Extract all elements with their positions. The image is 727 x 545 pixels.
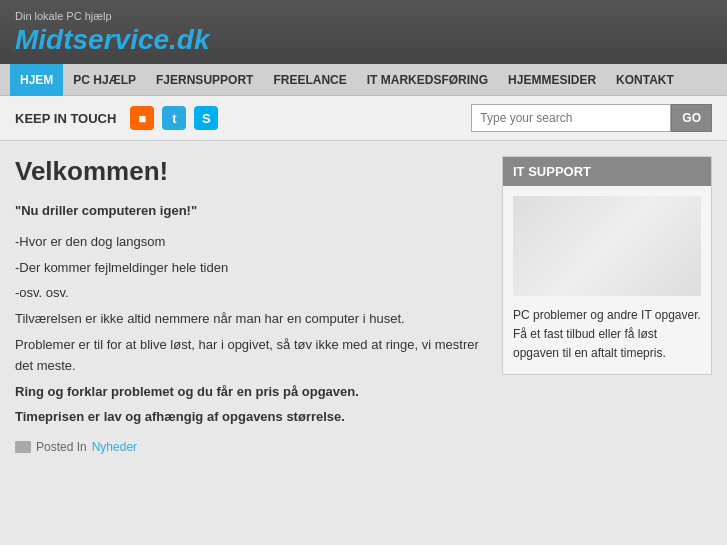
page-heading: Velkommen! — [15, 156, 482, 187]
content-area: Velkommen! "Nu driller computeren igen!"… — [15, 156, 502, 506]
site-header: Din lokale PC hjælp Midtservice.dk — [0, 0, 727, 64]
content-line-3: -osv. osv. — [15, 283, 482, 304]
sidebar-text-2: Få et fast tilbud eller få løst opgaven … — [513, 325, 701, 363]
post-icon — [15, 441, 31, 453]
nav-item-kontakt[interactable]: KONTAKT — [606, 64, 684, 96]
nav-item-itmarkedsfoering[interactable]: IT MARKEDSFØRING — [357, 64, 498, 96]
nav-item-hjem[interactable]: HJEM — [10, 64, 63, 96]
search-input[interactable] — [471, 104, 671, 132]
sidebar-body: PC problemer og andre IT opgaver. Få et … — [503, 186, 711, 374]
skype-icon[interactable]: S — [194, 106, 218, 130]
keep-in-touch-label: KEEP IN TOUCH — [15, 111, 116, 126]
nav-item-hjemmesider[interactable]: HJEMMESIDER — [498, 64, 606, 96]
nav-item-fjernsupport[interactable]: FJERNSUPPORT — [146, 64, 263, 96]
rss-icon[interactable]: ■ — [130, 106, 154, 130]
post-title: "Nu driller computeren igen!" — [15, 201, 482, 222]
nav-item-freelance[interactable]: FREELANCE — [263, 64, 356, 96]
search-button[interactable]: GO — [671, 104, 712, 132]
posted-in: Posted In Nyheder — [15, 440, 482, 454]
sidebar: IT SUPPORT PC problemer og andre IT opga… — [502, 156, 712, 506]
toolbar: KEEP IN TOUCH ■ t S GO — [0, 96, 727, 141]
twitter-icon[interactable]: t — [162, 106, 186, 130]
sidebar-image — [513, 196, 701, 296]
nav-item-pchjælp[interactable]: PC HJÆLP — [63, 64, 146, 96]
main-content: Velkommen! "Nu driller computeren igen!"… — [0, 141, 727, 521]
content-line-4: Tilværelsen er ikke altid nemmere når ma… — [15, 309, 482, 330]
posted-in-link[interactable]: Nyheder — [92, 440, 137, 454]
main-nav: HJEM PC HJÆLP FJERNSUPPORT FREELANCE IT … — [0, 64, 727, 96]
toolbar-left: KEEP IN TOUCH ■ t S — [15, 106, 218, 130]
site-title: Midtservice.dk — [15, 24, 712, 56]
sidebar-section-itsupport: IT SUPPORT PC problemer og andre IT opga… — [502, 156, 712, 375]
toolbar-right: GO — [471, 104, 712, 132]
tagline: Din lokale PC hjælp — [15, 10, 712, 22]
sidebar-section-title: IT SUPPORT — [503, 157, 711, 186]
content-bold-1: Ring og forklar problemet og du får en p… — [15, 382, 482, 403]
content-line-1: -Hvor er den dog langsom — [15, 232, 482, 253]
content-bold-2: Timeprisen er lav og afhængig af opgaven… — [15, 407, 482, 428]
sidebar-text-1: PC problemer og andre IT opgaver. — [513, 306, 701, 325]
content-line-2: -Der kommer fejlmeldinger hele tiden — [15, 258, 482, 279]
content-line-5: Problemer er til for at blive løst, har … — [15, 335, 482, 377]
posted-in-label: Posted In — [36, 440, 87, 454]
